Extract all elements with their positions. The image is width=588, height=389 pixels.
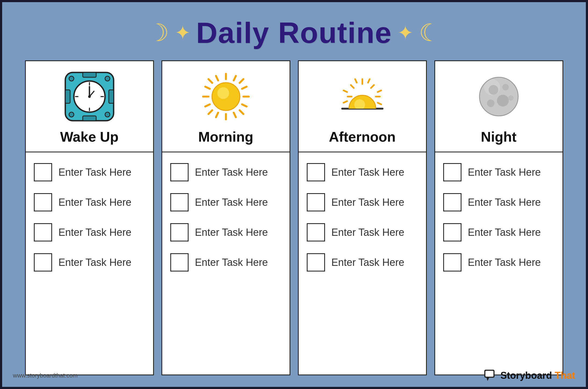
svg-point-34 (217, 87, 229, 99)
svg-line-23 (240, 79, 243, 83)
task-label[interactable]: Enter Task Here (59, 227, 132, 238)
col-header-night: Night (435, 61, 562, 152)
svg-point-1 (69, 76, 74, 81)
header-left-moon-icon: ☽ (147, 21, 169, 45)
task-row: Enter Task Here (307, 163, 418, 181)
svg-point-49 (354, 99, 365, 110)
task-row: Enter Task Here (443, 253, 554, 271)
svg-marker-59 (486, 378, 489, 381)
task-checkbox[interactable] (307, 163, 325, 181)
task-row: Enter Task Here (307, 253, 418, 271)
svg-line-22 (240, 110, 243, 114)
task-label[interactable]: Enter Task Here (59, 167, 132, 178)
svg-point-54 (487, 100, 495, 107)
svg-line-31 (234, 76, 236, 80)
task-checkbox[interactable] (307, 223, 325, 241)
moon-icon (472, 70, 526, 123)
col-body-wake-up: Enter Task Here Enter Task Here Enter Ta… (26, 152, 153, 375)
task-checkbox[interactable] (307, 193, 325, 211)
svg-rect-7 (65, 90, 70, 103)
col-title-night: Night (481, 129, 517, 145)
header: ☽ ✦ Daily Routine ✦ ☽ (13, 8, 575, 60)
col-body-night: Enter Task Here Enter Task Here Enter Ta… (435, 152, 562, 375)
svg-point-52 (502, 84, 509, 90)
col-title-morning: Morning (198, 129, 253, 145)
task-label[interactable]: Enter Task Here (195, 167, 268, 178)
clock-icon (63, 70, 116, 123)
task-checkbox[interactable] (307, 253, 325, 271)
col-body-morning: Enter Task Here Enter Task Here Enter Ta… (162, 152, 290, 375)
task-label[interactable]: Enter Task Here (468, 167, 541, 178)
svg-point-55 (508, 95, 514, 101)
task-row: Enter Task Here (34, 223, 145, 241)
header-left-sun-icon: ✦ (175, 23, 191, 42)
task-checkbox[interactable] (443, 193, 461, 211)
svg-line-26 (242, 104, 247, 107)
task-label[interactable]: Enter Task Here (331, 257, 405, 268)
task-row: Enter Task Here (34, 253, 145, 271)
svg-rect-5 (83, 72, 96, 77)
column-wake-up: Wake Up Enter Task Here Enter Task Here … (25, 60, 154, 375)
columns-container: Wake Up Enter Task Here Enter Task Here … (13, 60, 575, 375)
task-checkbox[interactable] (34, 193, 52, 211)
task-row: Enter Task Here (34, 163, 145, 181)
task-checkbox[interactable] (34, 253, 52, 271)
task-row: Enter Task Here (170, 253, 282, 271)
task-checkbox[interactable] (443, 163, 461, 181)
svg-point-4 (105, 112, 110, 117)
task-label[interactable]: Enter Task Here (59, 197, 132, 208)
task-checkbox[interactable] (170, 193, 189, 211)
svg-line-27 (216, 76, 218, 80)
task-checkbox[interactable] (34, 223, 52, 241)
task-label[interactable]: Enter Task Here (331, 197, 405, 208)
col-header-afternoon: Afternoon (299, 61, 426, 152)
task-row: Enter Task Here (307, 193, 418, 211)
afternoon-sun-icon (336, 70, 389, 123)
col-body-afternoon: Enter Task Here Enter Task Here Enter Ta… (299, 152, 426, 375)
task-checkbox[interactable] (443, 253, 461, 271)
task-checkbox[interactable] (170, 223, 189, 241)
col-title-wake-up: Wake Up (60, 129, 119, 145)
svg-point-16 (88, 95, 91, 98)
task-row: Enter Task Here (307, 223, 418, 241)
task-label[interactable]: Enter Task Here (468, 197, 541, 208)
page: ☽ ✦ Daily Routine ✦ ☽ (2, 2, 586, 387)
task-label[interactable]: Enter Task Here (331, 227, 405, 238)
column-morning: Morning Enter Task Here Enter Task Here … (161, 60, 290, 375)
svg-line-32 (216, 113, 218, 117)
col-title-afternoon: Afternoon (329, 129, 395, 145)
svg-line-46 (344, 101, 347, 103)
task-label[interactable]: Enter Task Here (195, 197, 268, 208)
col-header-wake-up: Wake Up (26, 61, 153, 152)
svg-rect-60 (485, 371, 493, 377)
svg-line-25 (205, 87, 210, 89)
brand-story-text: Storyboard (500, 370, 552, 381)
task-label[interactable]: Enter Task Here (468, 227, 541, 238)
svg-line-24 (208, 110, 212, 114)
task-checkbox[interactable] (34, 163, 52, 181)
svg-line-30 (205, 104, 210, 107)
svg-rect-6 (83, 116, 96, 121)
svg-point-3 (69, 112, 74, 117)
task-row: Enter Task Here (170, 193, 282, 211)
task-label[interactable]: Enter Task Here (195, 227, 268, 238)
task-row: Enter Task Here (170, 163, 282, 181)
brand-that-text: That (555, 370, 575, 381)
task-checkbox[interactable] (170, 253, 189, 271)
brand-logo-icon (484, 369, 498, 382)
col-header-morning: Morning (162, 61, 290, 152)
task-label[interactable]: Enter Task Here (331, 167, 405, 178)
svg-line-44 (355, 79, 357, 83)
footer: www.storyboardthat.com StoryboardThat (13, 369, 575, 382)
task-label[interactable]: Enter Task Here (195, 257, 268, 268)
task-row: Enter Task Here (170, 223, 282, 241)
header-title: Daily Routine (196, 16, 392, 50)
task-checkbox[interactable] (170, 163, 189, 181)
task-label[interactable]: Enter Task Here (59, 257, 132, 268)
header-right-sun-icon: ✦ (397, 23, 413, 42)
svg-line-45 (378, 90, 381, 92)
task-checkbox[interactable] (443, 223, 461, 241)
svg-line-21 (208, 79, 212, 83)
task-label[interactable]: Enter Task Here (468, 257, 541, 268)
footer-brand: StoryboardThat (484, 369, 575, 382)
